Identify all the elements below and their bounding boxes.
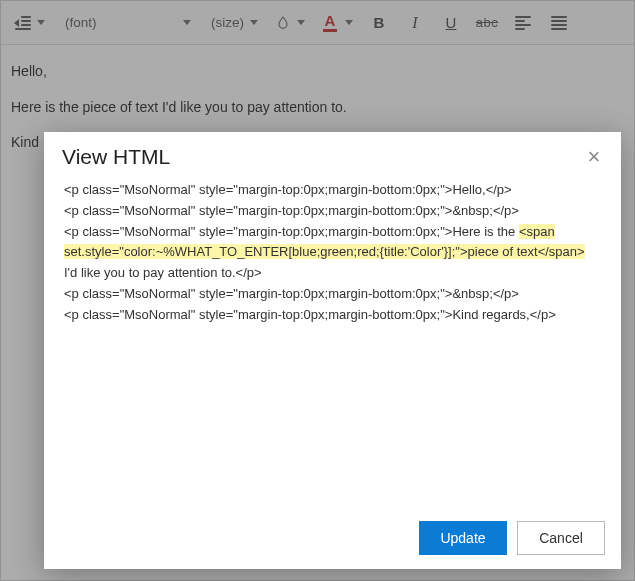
cancel-label: Cancel <box>539 530 583 546</box>
html-source-text: <p class="MsoNormal" style="margin-top:0… <box>64 180 601 325</box>
html-source-area[interactable]: <p class="MsoNormal" style="margin-top:0… <box>44 176 621 511</box>
close-icon: × <box>588 146 601 168</box>
dialog-title: View HTML <box>62 145 170 169</box>
view-html-dialog: View HTML × <p class="MsoNormal" style="… <box>44 132 621 569</box>
update-button[interactable]: Update <box>419 521 507 555</box>
dialog-footer: Update Cancel <box>44 511 621 569</box>
close-button[interactable]: × <box>581 144 607 170</box>
cancel-button[interactable]: Cancel <box>517 521 605 555</box>
dialog-header: View HTML × <box>44 132 621 176</box>
update-label: Update <box>440 530 485 546</box>
